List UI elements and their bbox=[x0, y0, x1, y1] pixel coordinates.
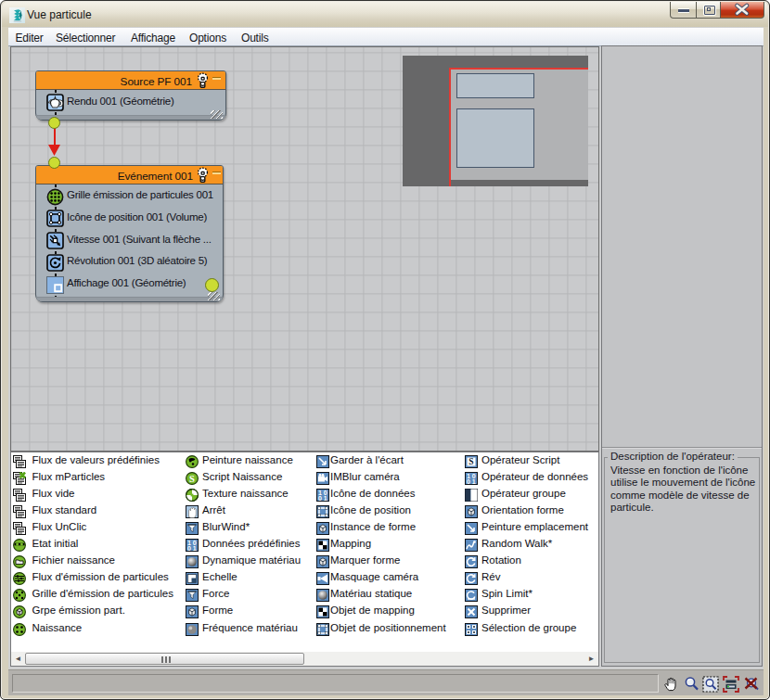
svg-text:0: 0 bbox=[187, 545, 191, 552]
svg-text:0: 0 bbox=[318, 495, 322, 502]
svg-text:1: 1 bbox=[193, 545, 197, 552]
svg-text:1: 1 bbox=[472, 478, 476, 485]
svg-text:1: 1 bbox=[324, 495, 327, 502]
svg-text:S: S bbox=[468, 457, 473, 466]
svg-text:S: S bbox=[189, 473, 195, 483]
svg-text:0: 0 bbox=[467, 478, 470, 485]
